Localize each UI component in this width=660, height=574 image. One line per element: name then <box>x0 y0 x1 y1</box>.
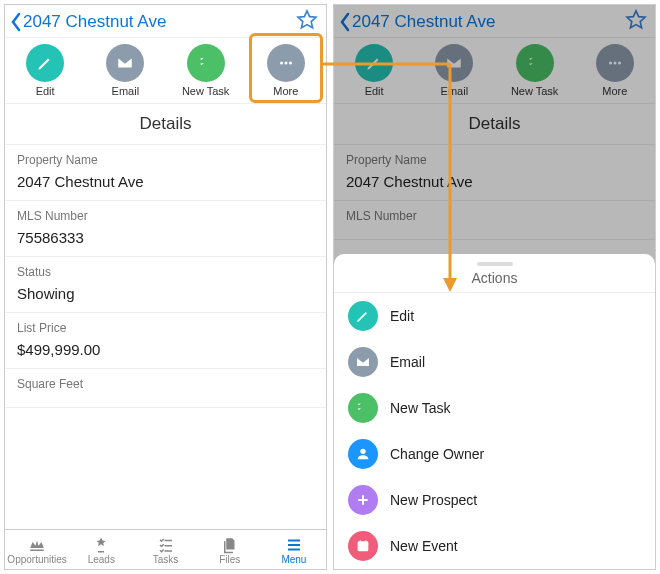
envelope-icon <box>116 54 134 72</box>
svg-point-6 <box>360 449 365 454</box>
chevron-left-icon <box>9 12 23 32</box>
tab-label: Menu <box>281 554 306 565</box>
sheet-item-label: Email <box>390 354 425 370</box>
sheet-item-newtask[interactable]: New Task <box>334 385 655 431</box>
checklist-icon <box>197 54 215 72</box>
sheet-title: Actions <box>334 270 655 293</box>
sheet-grabber[interactable] <box>477 262 513 266</box>
tab-tasks[interactable]: Tasks <box>133 530 197 569</box>
favorite-button[interactable] <box>296 9 318 35</box>
field-list: Property Name 2047 Chestnut Ave MLS Numb… <box>5 145 326 529</box>
field-row: Property Name 2047 Chestnut Ave <box>5 145 326 201</box>
field-label: Status <box>17 265 314 279</box>
more-highlight <box>249 33 323 103</box>
sheet-item-label: Edit <box>390 308 414 324</box>
email-action[interactable]: Email <box>90 44 160 97</box>
tab-menu[interactable]: Menu <box>262 530 326 569</box>
field-label: List Price <box>17 321 314 335</box>
edit-action[interactable]: Edit <box>10 44 80 97</box>
pencil-icon <box>355 308 371 324</box>
tab-leads[interactable]: Leads <box>69 530 133 569</box>
field-label: Property Name <box>17 153 314 167</box>
field-row: MLS Number 75586333 <box>5 201 326 257</box>
tab-label: Leads <box>88 554 115 565</box>
phone-right: 2047 Chestnut Ave Edit Email New Task Mo… <box>333 4 656 570</box>
sheet-item-email[interactable]: Email <box>334 339 655 385</box>
sheet-item-newprospect[interactable]: New Prospect <box>334 477 655 523</box>
svg-rect-7 <box>358 541 369 551</box>
field-value: Showing <box>17 285 314 302</box>
field-value: 2047 Chestnut Ave <box>17 173 314 190</box>
field-label: Square Feet <box>17 377 314 391</box>
sheet-item-changeowner[interactable]: Change Owner <box>334 431 655 477</box>
pencil-icon <box>36 54 54 72</box>
field-label: MLS Number <box>17 209 314 223</box>
sheet-item-newevent[interactable]: New Event <box>334 523 655 569</box>
sheet-item-label: New Event <box>390 538 458 554</box>
field-row: Square Feet <box>5 369 326 408</box>
tab-label: Tasks <box>153 554 179 565</box>
user-icon <box>355 446 371 462</box>
plus-icon <box>355 492 371 508</box>
envelope-icon <box>355 354 371 370</box>
tab-opportunities[interactable]: Opportunities <box>5 530 69 569</box>
star-person-icon <box>90 536 112 554</box>
bottom-tabbar: Opportunities Leads Tasks Files Menu <box>5 529 326 569</box>
files-icon <box>219 536 241 554</box>
menu-icon <box>283 536 305 554</box>
sheet-item-label: New Prospect <box>390 492 477 508</box>
tasks-icon <box>155 536 177 554</box>
tab-files[interactable]: Files <box>198 530 262 569</box>
page-title: 2047 Chestnut Ave <box>23 12 166 32</box>
tab-label: Opportunities <box>7 554 66 565</box>
field-value: 75586333 <box>17 229 314 246</box>
action-label: New Task <box>182 85 229 97</box>
field-row: List Price $499,999.00 <box>5 313 326 369</box>
calendar-icon <box>355 538 371 554</box>
field-row: Status Showing <box>5 257 326 313</box>
star-outline-icon <box>296 9 318 31</box>
details-heading: Details <box>5 104 326 145</box>
tab-label: Files <box>219 554 240 565</box>
crown-icon <box>26 536 48 554</box>
field-value: $499,999.00 <box>17 341 314 358</box>
sheet-item-edit[interactable]: Edit <box>334 293 655 339</box>
action-label: Edit <box>36 85 55 97</box>
action-label: Email <box>112 85 140 97</box>
checklist-icon <box>355 400 371 416</box>
newtask-action[interactable]: New Task <box>171 44 241 97</box>
phone-left: 2047 Chestnut Ave Edit Email New Task Mo… <box>4 4 327 570</box>
sheet-item-label: New Task <box>390 400 450 416</box>
action-sheet: Actions Edit Email New Task Change Owner… <box>334 254 655 569</box>
sheet-item-label: Change Owner <box>390 446 484 462</box>
back-button[interactable]: 2047 Chestnut Ave <box>9 12 166 32</box>
